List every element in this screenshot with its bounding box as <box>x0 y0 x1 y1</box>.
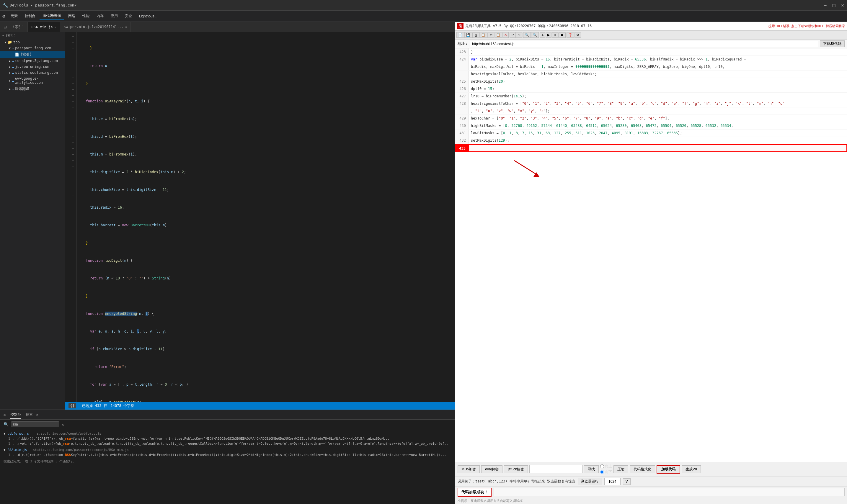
sidebar-item-top[interactable]: ▼ 📁 top <box>0 39 65 45</box>
tab-elements[interactable]: 元素 <box>8 12 21 20</box>
search-input[interactable] <box>13 422 57 426</box>
tb-undo[interactable]: ↩ <box>510 32 516 38</box>
code-viewer[interactable]: 423 } 424 var biRadixBase = 2, biRadixBi… <box>455 48 847 462</box>
format-btn[interactable]: 代码格式化 <box>630 465 655 473</box>
sidebar-arrows[interactable]: ≡ <box>2 34 4 37</box>
tab-security[interactable]: 安全 <box>122 12 135 20</box>
search-status-text: 搜索已完成。 在 3 个文件中找到 5 个匹配行。 <box>3 460 75 463</box>
tb-settings[interactable]: ⚙ <box>575 32 581 38</box>
tb-A[interactable]: A <box>540 33 545 38</box>
tb-play[interactable]: ▶ <box>546 32 551 38</box>
url-input[interactable] <box>470 41 818 47</box>
sidebar-item-countpvn[interactable]: ▶ ☁ countpvn.3g.fang.com <box>0 58 65 64</box>
tb-delete[interactable]: ✕ <box>502 32 509 38</box>
window-title: DevTools - passport.fang.com/ <box>10 3 77 7</box>
load-code-btn[interactable]: 加载代码 <box>657 465 680 474</box>
jsfuck-btn[interactable]: jsfuck解密 <box>504 465 528 473</box>
js-debugger-panel: 鬼 鬼魂JS调试工具 v7.5 By QQ:120220707 QQ群：2400… <box>455 22 847 504</box>
tab-performance[interactable]: 性能 <box>80 12 92 20</box>
console-area: ⚙ 控制台 搜索 ✕ 🔍 ✕ <box>0 410 455 504</box>
tab-lighthouse[interactable]: Lighthous... <box>136 13 160 19</box>
sidebar-item-js-soufun[interactable]: ▶ ☁ js.soufunimg.com <box>0 64 65 70</box>
download-btn[interactable]: 下载JS代码 <box>820 40 845 47</box>
folder-icon: 📁 <box>8 40 12 44</box>
cv-line-433: 433 <box>455 144 847 152</box>
devtools-tab-bar: ⚙ 元素 控制台 源代码/来源 网络 性能 内存 应用 安全 Lighthous… <box>0 11 847 22</box>
browser-run-area: 浏览器运行 V <box>578 478 845 485</box>
cv-code-433 <box>469 144 847 152</box>
cv-code-423: } <box>469 48 847 55</box>
tb-new[interactable]: 📄 <box>456 32 464 38</box>
tab-application[interactable]: 应用 <box>108 12 121 20</box>
eval-btn[interactable]: eval解密 <box>481 465 502 473</box>
v8-btn[interactable]: V <box>623 478 631 485</box>
tb-stop[interactable]: ⏹ <box>559 33 566 38</box>
md5-btn[interactable]: MD5加密 <box>458 465 480 473</box>
compress-btn[interactable]: 压缩 <box>614 465 628 473</box>
radio-up-label[interactable]: 向上 <box>600 464 612 469</box>
small-hint-row: 小提示：双击函数名调用方法自动写入调试框！ <box>455 498 847 504</box>
tab-console-bottom[interactable]: 控制台 <box>10 411 21 419</box>
close-search-tab[interactable]: ✕ <box>36 413 38 417</box>
search-wrapper[interactable] <box>11 421 59 427</box>
tab-swiper[interactable]: swiper.min.js?v=201901141... ✕ <box>60 22 131 32</box>
maximize-btn[interactable]: □ <box>832 2 835 8</box>
debug-input[interactable] <box>494 488 845 496</box>
index-label: (索引) <box>20 52 32 57</box>
success-badge: 代码加载成功！ <box>458 488 492 497</box>
debugger-title-bar: 鬼 鬼魂JS调试工具 v7.5 By QQ:120220707 QQ群：2400… <box>455 22 847 31</box>
cv-code-430: highBitMasks = [0, 32768, 49152, 57344, … <box>469 122 847 129</box>
tab-sources[interactable]: 源代码/来源 <box>39 12 64 20</box>
find-btn[interactable]: 寻找 <box>584 465 599 473</box>
tab-network[interactable]: 网络 <box>65 12 78 20</box>
tb-find[interactable]: 🔍 <box>523 32 531 38</box>
tb-copy[interactable]: 📋 <box>479 32 487 38</box>
search-field[interactable] <box>529 465 582 473</box>
radio-down-label[interactable]: 向下 <box>600 469 612 474</box>
tb-paste[interactable]: 📋 <box>494 32 502 38</box>
tab-search[interactable]: 搜索 ✕ <box>26 411 38 418</box>
close-btn[interactable]: ✕ <box>841 2 844 8</box>
cv-num-429: 429 <box>455 115 469 122</box>
sidebar-toggle[interactable]: ⊞ <box>1 24 9 30</box>
tb-redo[interactable]: ↪ <box>516 32 522 38</box>
settings-icon[interactable]: ⚙ <box>3 413 6 417</box>
tb-print[interactable]: 🖨 <box>472 33 479 38</box>
sidebar-item-google[interactable]: ▶ ☁ www.google-analytics.com <box>0 75 65 86</box>
sidebar-item-index[interactable]: 📄 (索引) <box>0 51 65 58</box>
tab-index[interactable]: (索引) <box>9 22 28 32</box>
generate-btn[interactable]: 生成V8 <box>682 465 701 473</box>
sidebar-top-bar: ≡ (索引) <box>0 32 65 39</box>
direction-group: 向上 向下 <box>600 464 612 474</box>
tab-console[interactable]: 控制台 <box>22 12 38 20</box>
cv-line-431: 431 lowBitMasks = [0, 1, 3, 7, 15, 31, 6… <box>455 129 847 137</box>
tb-cut[interactable]: ✂ <box>488 32 494 38</box>
tb-help[interactable]: ❓ <box>567 32 574 38</box>
tb-replace[interactable]: 🔍 <box>531 32 539 38</box>
window-controls[interactable]: — □ ✕ <box>824 2 844 8</box>
tab-swiper-label: swiper.min.js?v=201901141... <box>64 25 123 29</box>
radio-up[interactable] <box>600 465 604 468</box>
cloud-icon-google: ☁ <box>12 78 14 83</box>
tb-save[interactable]: 💾 <box>464 32 472 38</box>
sidebar-item-passport[interactable]: ▼ ☁ passport.fang.com <box>0 45 65 51</box>
clear-search-icon[interactable]: ✕ <box>62 422 64 427</box>
tab-memory[interactable]: 内存 <box>93 12 107 20</box>
cv-code-424c: hexatrigesimalToChar, hexToChar, highBit… <box>469 71 847 78</box>
sidebar-item-static-soufun[interactable]: ▶ ☁ static.soufunimg.com <box>0 70 65 75</box>
browser-value-input[interactable] <box>604 478 621 485</box>
minimize-btn[interactable]: — <box>824 2 827 8</box>
tab-rsa[interactable]: RSA.min.js ✕ <box>28 22 60 32</box>
tb-pause[interactable]: ⏸ <box>552 33 559 38</box>
result-file-2: ▼ RSA.min.js — static.soufunimg.com/pass… <box>3 447 451 452</box>
index-file-icon: 📄 <box>15 53 19 57</box>
line-numbers: – – – – – – – – – – – – – <box>65 32 77 402</box>
close-rsa-icon[interactable]: ✕ <box>55 25 56 29</box>
radio-down[interactable] <box>600 470 604 474</box>
cv-num-428: 428 <box>455 100 469 107</box>
browser-run-btn[interactable]: 浏览器运行 <box>578 478 602 485</box>
editor-tab-bar: ⊞ (索引) RSA.min.js ✕ swiper.min.js?v=2019… <box>0 22 455 32</box>
sidebar-item-tencent[interactable]: ▶ ☁ 腾讯翻译 <box>0 86 65 92</box>
cv-num-432: 432 <box>455 137 469 144</box>
close-swiper-icon[interactable]: ✕ <box>125 25 127 29</box>
